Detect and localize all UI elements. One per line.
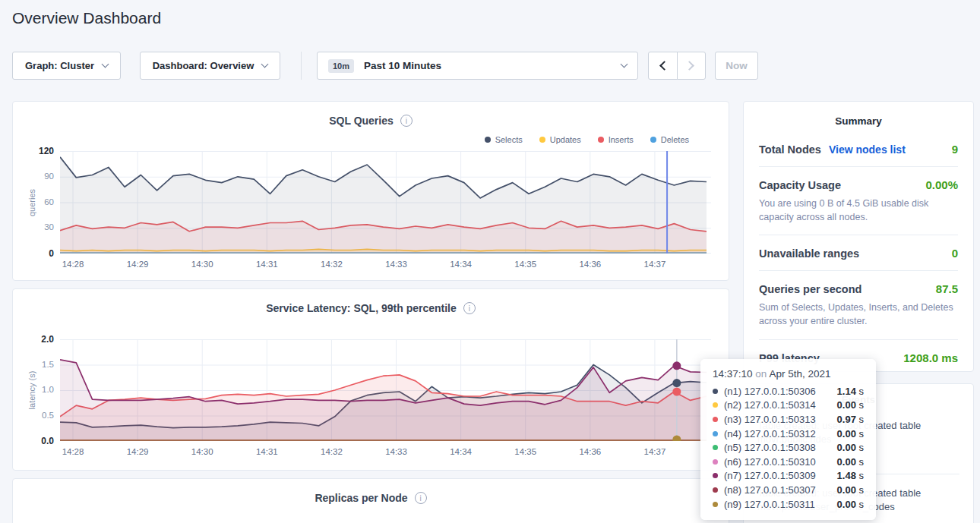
chevron-down-icon xyxy=(621,61,628,68)
time-range-badge: 10m xyxy=(328,59,354,73)
summary-row-label: Unavailable ranges xyxy=(759,247,859,260)
x-axis-tick: 14:29 xyxy=(127,447,149,456)
y-axis-tick: 0 xyxy=(17,248,54,259)
tooltip-node-label: (n9) 127.0.0.1:50311 xyxy=(724,499,815,510)
tooltip-row: (n8) 127.0.0.1:503070.00 s xyxy=(713,483,864,497)
x-axis-tick: 14:30 xyxy=(191,447,213,456)
dashboard-dropdown-label: Dashboard: Overview xyxy=(153,60,254,71)
chevron-down-icon xyxy=(102,61,109,68)
chart-plot[interactable] xyxy=(60,151,711,254)
time-range-label: Past 10 Minutes xyxy=(364,60,441,71)
summary-row-head: Capacity Usage0.00% xyxy=(759,178,958,191)
tooltip-row: (n4) 127.0.0.1:503120.00 s xyxy=(713,427,864,441)
chevron-down-icon xyxy=(261,61,269,68)
tooltip-row: (n5) 127.0.0.1:503080.00 s xyxy=(713,440,864,455)
x-axis-tick: 14:37 xyxy=(644,260,666,269)
time-range-dropdown[interactable]: 10m Past 10 Minutes xyxy=(317,52,638,80)
tooltip-row: (n1) 127.0.0.1:503061.14 s xyxy=(713,384,864,399)
tooltip-node-label: (n3) 127.0.0.1:50313 xyxy=(724,414,816,425)
tooltip-value: 0.00 xyxy=(837,399,856,411)
x-axis-tick: 14:37 xyxy=(644,447,666,456)
tooltip-unit: s xyxy=(856,499,864,510)
y-axis-tick: 30 xyxy=(17,222,54,232)
x-axis-tick: 14:34 xyxy=(450,260,472,269)
legend-item-selects[interactable]: Selects xyxy=(485,135,523,144)
prev-interval-button[interactable] xyxy=(648,52,678,80)
series-dot xyxy=(713,445,718,450)
dashboard-dropdown[interactable]: Dashboard: Overview xyxy=(140,52,280,80)
chart-legend: SelectsUpdatesInsertsDeletes xyxy=(485,135,689,144)
y-axis-title: latency (s) xyxy=(27,371,36,410)
info-icon[interactable]: i xyxy=(415,492,427,504)
tooltip-node-label: (n6) 127.0.0.1:50310 xyxy=(724,456,816,468)
tooltip-row: (n9) 127.0.0.1:503110.00 s xyxy=(713,497,864,512)
service-latency-card: Service Latency: SQL, 99th percentile i … xyxy=(12,288,729,471)
y-axis-tick: 90 xyxy=(17,172,54,181)
tooltip-unit: s xyxy=(856,484,864,496)
service-latency-chart-title: Service Latency: SQL, 99th percentile xyxy=(266,302,457,314)
x-axis-tick: 14:35 xyxy=(514,260,536,269)
series-dot xyxy=(713,389,718,394)
summary-row: Queries per second87.5Sum of Selects, Up… xyxy=(759,270,958,339)
summary-panel: Summary Total NodesView nodes list9Capac… xyxy=(743,101,974,372)
series-dot xyxy=(713,402,718,408)
tooltip-node-label: (n1) 127.0.0.1:50306 xyxy=(724,386,816,397)
tooltip-value: 0.00 xyxy=(837,442,856,453)
time-nav-group xyxy=(648,52,706,80)
graph-dropdown-label: Graph: Cluster xyxy=(25,60,94,71)
summary-row-value: 0.00% xyxy=(925,178,958,191)
tooltip-unit: s xyxy=(856,414,864,425)
latency-tooltip: 14:37:10 on Apr 5th, 2021 (n1) 127.0.0.1… xyxy=(700,359,876,520)
replicas-per-node-chart-title: Replicas per Node xyxy=(315,492,407,504)
x-axis-tick: 14:33 xyxy=(385,260,407,269)
x-axis-tick: 14:29 xyxy=(127,260,149,269)
summary-row: Unavailable ranges0 xyxy=(759,235,958,270)
summary-row-subtext: You are using 0 B of 4.5 GiB usable disk… xyxy=(759,197,958,224)
legend-label: Selects xyxy=(495,135,523,144)
summary-row-value: 0 xyxy=(952,247,958,260)
x-axis-tick: 14:36 xyxy=(579,260,601,269)
legend-item-updates[interactable]: Updates xyxy=(539,135,581,144)
graph-dropdown[interactable]: Graph: Cluster xyxy=(12,52,121,80)
tooltip-node-label: (n8) 127.0.0.1:50307 xyxy=(724,484,816,496)
summary-row-label: Queries per second xyxy=(759,283,861,295)
tooltip-node-label: (n2) 127.0.0.1:50314 xyxy=(724,399,816,411)
tooltip-value: 1.48 xyxy=(837,470,856,481)
tooltip-row: (n7) 127.0.0.1:503091.48 s xyxy=(713,469,864,484)
legend-item-deletes[interactable]: Deletes xyxy=(650,135,689,144)
x-axis-tick: 14:32 xyxy=(321,447,343,456)
tooltip-value: 0.00 xyxy=(837,499,856,510)
summary-row-label: Capacity Usage xyxy=(759,179,841,191)
summary-row-value: 1208.0 ms xyxy=(903,351,958,364)
y-axis-tick: 1.5 xyxy=(17,360,54,369)
now-button[interactable]: Now xyxy=(715,52,758,80)
tooltip-value: 0.97 xyxy=(837,414,856,425)
info-icon[interactable]: i xyxy=(400,115,413,127)
y-axis-tick: 0.5 xyxy=(17,411,54,420)
nodes-list-link[interactable]: View nodes list xyxy=(829,143,906,156)
series-dot xyxy=(713,473,718,478)
tooltip-row: (n3) 127.0.0.1:503130.97 s xyxy=(713,412,864,427)
summary-row-subtext: Sum of Selects, Updates, Inserts, and De… xyxy=(759,301,958,328)
series-dot xyxy=(713,459,718,465)
info-icon[interactable]: i xyxy=(463,302,476,314)
sql-queries-card: SQL Queries i 030609012014:2814:2914:301… xyxy=(12,101,729,281)
chart-plot[interactable] xyxy=(60,339,711,441)
series-dot xyxy=(713,417,718,422)
legend-item-inserts[interactable]: Inserts xyxy=(598,135,634,144)
next-interval-button[interactable] xyxy=(677,52,707,80)
chevron-right-icon xyxy=(684,61,694,71)
x-axis-tick: 14:35 xyxy=(514,447,536,456)
chevron-left-icon xyxy=(659,61,669,71)
legend-dot xyxy=(598,137,604,143)
tooltip-timestamp: 14:37:10 on Apr 5th, 2021 xyxy=(713,368,864,380)
tooltip-value: 0.00 xyxy=(837,428,856,440)
x-axis-tick: 14:31 xyxy=(256,447,278,456)
x-axis-tick: 14:36 xyxy=(579,447,601,456)
legend-label: Deletes xyxy=(661,135,689,144)
x-axis-tick: 14:30 xyxy=(191,260,213,269)
x-axis-tick: 14:33 xyxy=(385,447,407,456)
y-axis-tick: 120 xyxy=(17,146,54,156)
series-dot xyxy=(713,502,718,507)
x-axis-tick: 14:28 xyxy=(62,447,84,456)
